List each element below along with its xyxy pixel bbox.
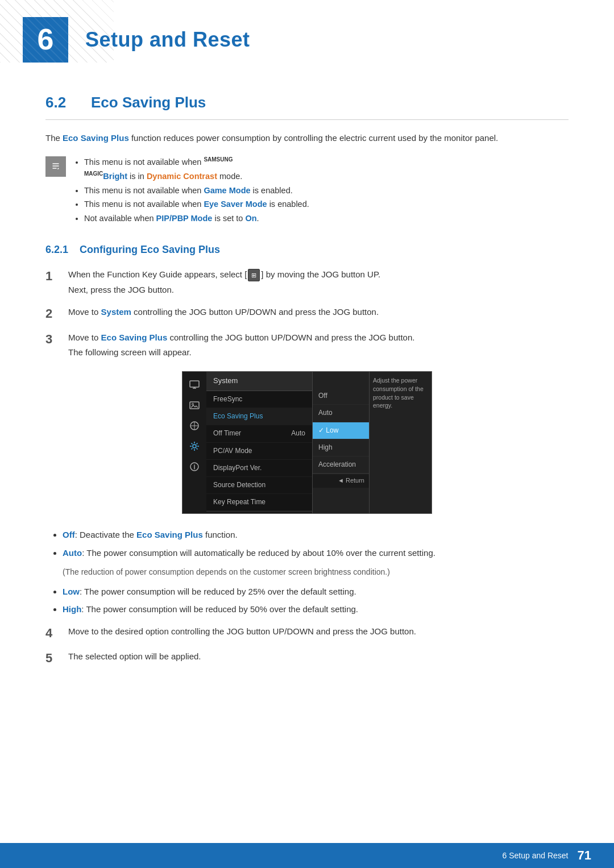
menu-icon-color [188, 420, 201, 432]
pip-pbp-ref: PIP/PBP Mode [156, 214, 213, 223]
key-repeat-label: Key Repeat Time [213, 497, 305, 508]
note-block: This menu is not available when SAMSUNGM… [45, 155, 569, 225]
subsection-number: 6.2.1 [45, 244, 68, 255]
menu-help-panel: Adjust the power consumption of the prod… [369, 372, 432, 513]
step-4-number: 4 [45, 625, 59, 642]
step-4: 4 Move to the desired option controlling… [45, 625, 569, 642]
menu-title: System [206, 372, 312, 391]
chapter-title: Setup and Reset [85, 23, 250, 56]
footer-chapter-text: 6 Setup and Reset [503, 849, 569, 862]
step-2-content: Move to System controlling the JOG butto… [68, 305, 569, 319]
eco-saving-plus-ref: Eco Saving Plus [63, 133, 129, 143]
system-ref: System [101, 307, 131, 317]
menu-ui: System FreeSync Eco Saving Plus Off Time… [182, 371, 432, 514]
step-5-content: The selected option will be applied. [68, 650, 569, 664]
step-1-sub: Next, press the JOG button. [68, 283, 569, 297]
note-item-3: This menu is not available when Eye Save… [84, 197, 309, 211]
step-3-content: Move to Eco Saving Plus controlling the … [68, 331, 569, 360]
menu-off-timer: Off Timer Auto [206, 425, 312, 442]
options-list: Off: Deactivate the Eco Saving Plus func… [45, 528, 569, 560]
eco-saving-ref: Eco Saving Plus [101, 333, 168, 342]
step-4-content: Move to the desired option controlling t… [68, 625, 569, 639]
off-label: Off [63, 530, 75, 539]
note-item-1: This menu is not available when SAMSUNGM… [84, 155, 309, 183]
dynamic-contrast-ref: Dynamic Contrast [147, 172, 217, 181]
page-footer: 6 Setup and Reset 71 [0, 843, 614, 868]
step-2: 2 Move to System controlling the JOG but… [45, 305, 569, 323]
svg-point-3 [192, 404, 194, 405]
step-3-sub: The following screen will appear. [68, 346, 569, 360]
jog-icon: ⊞ [248, 269, 260, 281]
on-ref: On [245, 214, 256, 223]
page-header: 6 Setup and Reset [0, 0, 614, 74]
freesync-label: FreeSync [213, 394, 305, 405]
menu-displayport: DisplayPort Ver. [206, 460, 312, 477]
step-3-number: 3 [45, 331, 59, 348]
option-high: High: The power consumption will be redu… [63, 602, 569, 617]
high-label: High [63, 604, 81, 614]
step-5-number: 5 [45, 650, 59, 667]
step-1-number: 1 [45, 268, 59, 285]
menu-freesync: FreeSync [206, 391, 312, 408]
steps-list: 1 When the Function Key Guide appears, s… [45, 268, 569, 360]
note-item-4: Not available when PIP/PBP Mode is set t… [84, 211, 309, 226]
menu-key-repeat: Key Repeat Time [206, 494, 312, 511]
auto-label: Auto [63, 548, 82, 558]
step-5: 5 The selected option will be applied. [45, 650, 569, 667]
note-icon [45, 156, 66, 177]
intro-paragraph: The Eco Saving Plus function reduces pow… [45, 131, 569, 146]
menu-main-panel: System FreeSync Eco Saving Plus Off Time… [206, 372, 312, 513]
section-heading: 6.2 Eco Saving Plus [45, 91, 569, 120]
displayport-label: DisplayPort Ver. [213, 463, 305, 474]
subsection-title: Configuring Eco Saving Plus [80, 244, 220, 255]
menu-icon-picture [188, 399, 201, 412]
steps-after-list: 4 Move to the desired option controlling… [45, 625, 569, 668]
step-1-content: When the Function Key Guide appears, sel… [68, 268, 569, 297]
submenu-acceleration: Acceleration [313, 456, 369, 474]
pcav-label: PC/AV Mode [213, 446, 305, 456]
menu-icon-system [188, 440, 201, 452]
submenu-high: High [313, 439, 369, 456]
menu-icon-bar [182, 372, 206, 513]
submenu-auto: Auto [313, 405, 369, 422]
chapter-number: 6 [23, 17, 68, 63]
eco-saving-off-ref: Eco Saving Plus [136, 530, 203, 539]
note-item-2: This menu is not available when Game Mod… [84, 184, 309, 198]
svg-point-5 [193, 445, 196, 448]
section-number: 6.2 [45, 91, 80, 115]
step-1: 1 When the Function Key Guide appears, s… [45, 268, 569, 297]
off-timer-value: Auto [291, 428, 305, 439]
off-timer-label: Off Timer [213, 428, 287, 439]
menu-source-detect: Source Detection [206, 477, 312, 494]
footer-page-number: 71 [578, 845, 591, 865]
section-title: Eco Saving Plus [91, 91, 206, 115]
eco-saving-label: Eco Saving Plus [213, 411, 305, 422]
auto-note: (The reduction of power consumption depe… [45, 566, 569, 578]
svg-rect-0 [51, 161, 61, 172]
menu-screenshot: System FreeSync Eco Saving Plus Off Time… [45, 371, 569, 514]
submenu-off: Off [313, 388, 369, 405]
submenu-panel: Off Auto Low High Acceleration ◄ Return [312, 372, 369, 513]
submenu-low: Low [313, 422, 369, 439]
option-auto: Auto: The power consumption will automat… [63, 546, 569, 560]
game-mode-ref: Game Mode [204, 186, 250, 195]
menu-pcav-mode: PC/AV Mode [206, 443, 312, 460]
option-off: Off: Deactivate the Eco Saving Plus func… [63, 528, 569, 542]
eye-saver-ref: Eye Saver Mode [204, 200, 267, 209]
svg-rect-1 [190, 381, 199, 387]
bright-ref: Bright [103, 172, 127, 181]
menu-icon-display [188, 379, 201, 391]
return-bar: ◄ Return [313, 474, 369, 488]
source-detect-label: Source Detection [213, 480, 305, 491]
options-list-2: Low: The power consumption will be reduc… [45, 584, 569, 617]
menu-icon-info [188, 460, 201, 473]
step-3: 3 Move to Eco Saving Plus controlling th… [45, 331, 569, 360]
main-content: 6.2 Eco Saving Plus The Eco Saving Plus … [0, 80, 614, 698]
low-label: Low [63, 587, 80, 596]
option-low: Low: The power consumption will be reduc… [63, 584, 569, 599]
subsection-heading: 6.2.1 Configuring Eco Saving Plus [45, 242, 569, 258]
notes-list: This menu is not available when SAMSUNGM… [73, 155, 309, 225]
menu-eco-saving: Eco Saving Plus [206, 408, 312, 425]
step-2-number: 2 [45, 305, 59, 323]
